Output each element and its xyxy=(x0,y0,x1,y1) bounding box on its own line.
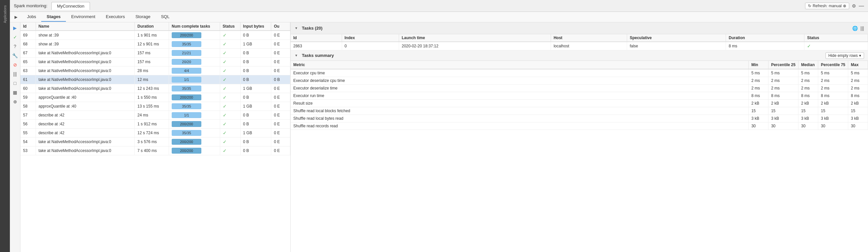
stage-status: ✓ xyxy=(220,129,240,138)
table-row[interactable]: Executor run time 8 ms 8 ms 8 ms 8 ms 8 … xyxy=(291,92,868,100)
stage-id: 60 xyxy=(21,84,36,93)
summary-median: 2 ms xyxy=(798,77,818,84)
stage-output: 0 E xyxy=(271,138,290,146)
table-row[interactable]: 58 approxQuantile at :40 13 s 155 ms 35/… xyxy=(21,102,290,111)
summary-p75: 3 kB xyxy=(818,115,848,122)
stage-tasks: 35/35 xyxy=(169,102,220,111)
table-row[interactable]: Executor cpu time 5 ms 5 ms 5 ms 5 ms 5 … xyxy=(291,69,868,77)
table-row[interactable]: Executor deserialize cpu time 2 ms 2 ms … xyxy=(291,77,868,84)
table-row[interactable]: 67 take at NativeMethodAccessorImpl.java… xyxy=(21,49,290,58)
detail-col-host: Host xyxy=(551,34,627,42)
tasks-summary-header: ▼ Tasks summary Hide empty rows ▾ xyxy=(291,50,868,61)
summary-median: 8 ms xyxy=(798,92,818,100)
stage-duration: 12 ms xyxy=(135,75,169,84)
table-row[interactable]: 69 show at :39 1 s 901 ms 200/200 ✓ 0 B … xyxy=(21,31,290,40)
globe-icon[interactable]: 🌐 xyxy=(852,26,858,31)
summary-max: 2 ms xyxy=(848,84,868,92)
stage-tasks: 21/21 xyxy=(169,49,220,58)
summary-metric: Shuffle read local bytes read xyxy=(291,115,748,122)
stage-duration: 12 s 243 ms xyxy=(135,84,169,93)
connection-tab[interactable]: MyConnection xyxy=(52,2,90,10)
table-row[interactable]: 65 take at NativeMethodAccessorImpl.java… xyxy=(21,58,290,67)
stage-name: describe at :42 xyxy=(36,129,134,138)
panel-icon-wrench[interactable]: 🔧 xyxy=(11,51,20,60)
table-row[interactable]: 54 take at NativeMethodAccessorImpl.java… xyxy=(21,138,290,146)
tab-environment[interactable]: Environment xyxy=(66,12,100,22)
col-header-input: Input bytes xyxy=(240,22,271,31)
stage-id: 69 xyxy=(21,31,36,40)
table-row[interactable]: 59 approxQuantile at :40 1 s 550 ms 200/… xyxy=(21,93,290,102)
panel-icon-cancel[interactable]: ⊘ xyxy=(11,61,20,69)
table-row[interactable]: 60 take at NativeMethodAccessorImpl.java… xyxy=(21,84,290,93)
table-row[interactable]: Shuffle read records read 30 30 30 30 30 xyxy=(291,122,868,130)
table-row[interactable]: 57 describe at :42 24 ms 1/1 ✓ 0 B 0 E xyxy=(21,111,290,120)
table-row[interactable]: Executor deserialize time 2 ms 2 ms 2 ms… xyxy=(291,84,868,92)
table-row[interactable]: 55 describe at :42 12 s 724 ms 35/35 ✓ 1… xyxy=(21,129,290,138)
stage-duration: 1 s 550 ms xyxy=(135,93,169,102)
stage-output: 0 E xyxy=(271,129,290,138)
hide-empty-button[interactable]: Hide empty rows ▾ xyxy=(826,52,864,59)
summary-col-min: Min xyxy=(748,61,768,69)
tasks-triangle[interactable]: ▼ xyxy=(294,26,298,30)
panel-icon-grid[interactable]: ▦ xyxy=(11,88,20,97)
stage-duration: 3 s 576 ms xyxy=(135,138,169,146)
tab-sql[interactable]: SQL xyxy=(156,12,175,22)
stage-name: take at NativeMethodAccessorImpl.java:0 xyxy=(36,58,134,67)
col-header-name: Name xyxy=(36,22,134,31)
panel-icon-bars[interactable]: ||| xyxy=(11,70,20,78)
table-row[interactable]: 56 describe at :42 1 s 912 ms 200/200 ✓ … xyxy=(21,120,290,129)
summary-metric: Executor deserialize time xyxy=(291,84,748,92)
table-row[interactable]: 53 take at NativeMethodAccessorImpl.java… xyxy=(21,146,290,155)
summary-metric: Executor deserialize cpu time xyxy=(291,77,748,84)
stage-output: 0 E xyxy=(271,40,290,49)
table-row[interactable]: 61 take at NativeMethodAccessorImpl.java… xyxy=(21,75,290,84)
tasks-title: Tasks (20) xyxy=(302,26,322,31)
panel-icon-question[interactable]: ? xyxy=(11,42,20,51)
stage-id: 54 xyxy=(21,138,36,146)
stage-input: 0 B xyxy=(240,58,271,67)
detail-id: 2863 xyxy=(291,42,342,50)
columns-icon[interactable]: ||| xyxy=(861,26,864,31)
stage-status: ✓ xyxy=(220,67,240,75)
stage-output: 0 E xyxy=(271,84,290,93)
stage-tasks: 200/200 xyxy=(169,120,220,129)
stage-name: show at :39 xyxy=(36,40,134,49)
stage-name: take at NativeMethodAccessorImpl.java:0 xyxy=(36,146,134,155)
stage-name: approxQuantile at :40 xyxy=(36,102,134,111)
panel-icon-square[interactable]: □ xyxy=(11,79,20,87)
stage-tasks: 35/35 xyxy=(169,129,220,138)
stage-status: ✓ xyxy=(220,102,240,111)
table-row[interactable]: Shuffle read local blocks fetched 15 15 … xyxy=(291,107,868,115)
expand-button[interactable]: ▶ xyxy=(12,14,19,21)
table-row[interactable]: Shuffle read local bytes read 3 kB 3 kB … xyxy=(291,115,868,122)
table-row[interactable]: 68 show at :39 12 s 901 ms 35/35 ✓ 1 GB … xyxy=(21,40,290,49)
stage-tasks: 4/4 xyxy=(169,67,220,75)
stage-id: 55 xyxy=(21,129,36,138)
tab-jobs[interactable]: Jobs xyxy=(22,12,41,22)
applications-label: Applications xyxy=(3,5,7,23)
detail-col-status: Status xyxy=(804,34,868,42)
summary-metric: Result size xyxy=(291,100,748,107)
panel-icon-globe[interactable]: ⊕ xyxy=(11,97,20,106)
table-row[interactable]: 63 take at NativeMethodAccessorImpl.java… xyxy=(21,67,290,75)
panel-icon-play[interactable]: ▶ xyxy=(11,24,20,32)
table-row[interactable]: 2863 0 2020-02-20 18:37:12 localhost fal… xyxy=(291,42,868,50)
tab-stages[interactable]: Stages xyxy=(41,12,66,22)
tab-storage[interactable]: Storage xyxy=(130,12,156,22)
minimize-icon[interactable]: — xyxy=(859,3,864,9)
summary-triangle[interactable]: ▼ xyxy=(294,53,298,57)
table-row[interactable]: Result size 2 kB 2 kB 2 kB 2 kB 2 kB xyxy=(291,100,868,107)
tab-executors[interactable]: Executors xyxy=(100,12,130,22)
col-header-output: Ou xyxy=(271,22,290,31)
summary-p25: 30 xyxy=(768,122,798,130)
refresh-button[interactable]: ↻ Refresh: manual ⊕ xyxy=(805,3,849,9)
summary-p25: 3 kB xyxy=(768,115,798,122)
detail-status: ✓ xyxy=(804,42,868,50)
summary-p75: 5 ms xyxy=(818,69,848,77)
gear-icon[interactable]: ⚙ xyxy=(852,3,856,8)
summary-min: 3 kB xyxy=(748,115,768,122)
summary-min: 2 ms xyxy=(748,77,768,84)
panel-icon-check[interactable]: ✓ xyxy=(11,33,20,41)
stage-status: ✓ xyxy=(220,49,240,58)
stage-tasks: 200/200 xyxy=(169,31,220,40)
